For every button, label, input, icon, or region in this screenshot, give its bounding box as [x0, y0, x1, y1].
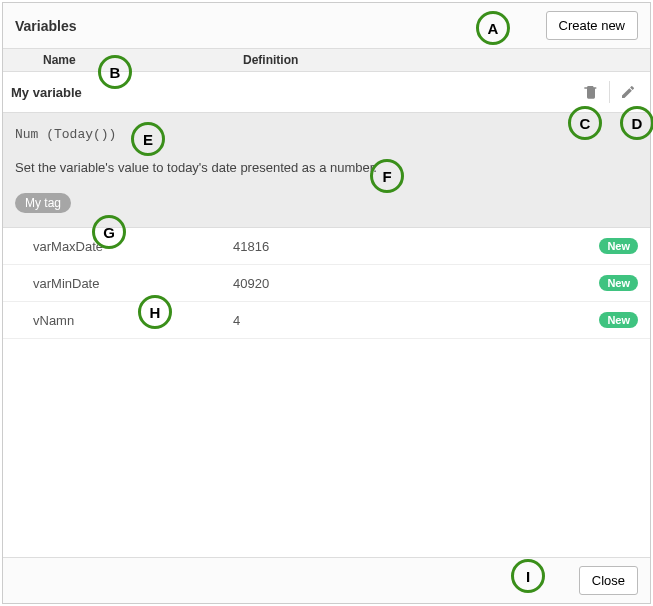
new-badge: New [599, 312, 638, 328]
dialog-footer: Close [3, 557, 650, 603]
variable-definition: 41816 [233, 239, 599, 254]
variable-row[interactable]: varMaxDate 41816 New [3, 228, 650, 265]
selected-variable-row[interactable]: My variable [3, 72, 650, 113]
column-headers: Name Definition [3, 49, 650, 72]
variable-name: varMaxDate [33, 239, 233, 254]
icon-separator [609, 81, 610, 103]
pencil-icon [620, 84, 636, 100]
variables-dialog: Variables Create new Name Definition My … [2, 2, 651, 604]
delete-button[interactable] [577, 78, 605, 106]
variable-formula: Num (Today()) [15, 127, 638, 142]
variable-tag[interactable]: My tag [15, 193, 71, 213]
variable-description: Set the variable's value to today's date… [15, 160, 638, 175]
variable-row[interactable]: varMinDate 40920 New [3, 265, 650, 302]
column-definition-header: Definition [233, 49, 650, 71]
variable-name: varMinDate [33, 276, 233, 291]
dialog-title: Variables [15, 18, 77, 34]
create-new-button[interactable]: Create new [546, 11, 638, 40]
close-button[interactable]: Close [579, 566, 638, 595]
variable-detail-panel: Num (Today()) Set the variable's value t… [3, 113, 650, 228]
new-badge: New [599, 275, 638, 291]
variable-name: vNamn [33, 313, 233, 328]
variable-definition: 40920 [233, 276, 599, 291]
column-name-header: Name [3, 49, 233, 71]
edit-button[interactable] [614, 78, 642, 106]
trash-icon [583, 84, 599, 100]
new-badge: New [599, 238, 638, 254]
variable-row[interactable]: vNamn 4 New [3, 302, 650, 339]
selected-variable-name: My variable [11, 85, 577, 100]
variable-definition: 4 [233, 313, 599, 328]
dialog-header: Variables Create new [3, 3, 650, 49]
variable-list: varMaxDate 41816 New varMinDate 40920 Ne… [3, 228, 650, 557]
